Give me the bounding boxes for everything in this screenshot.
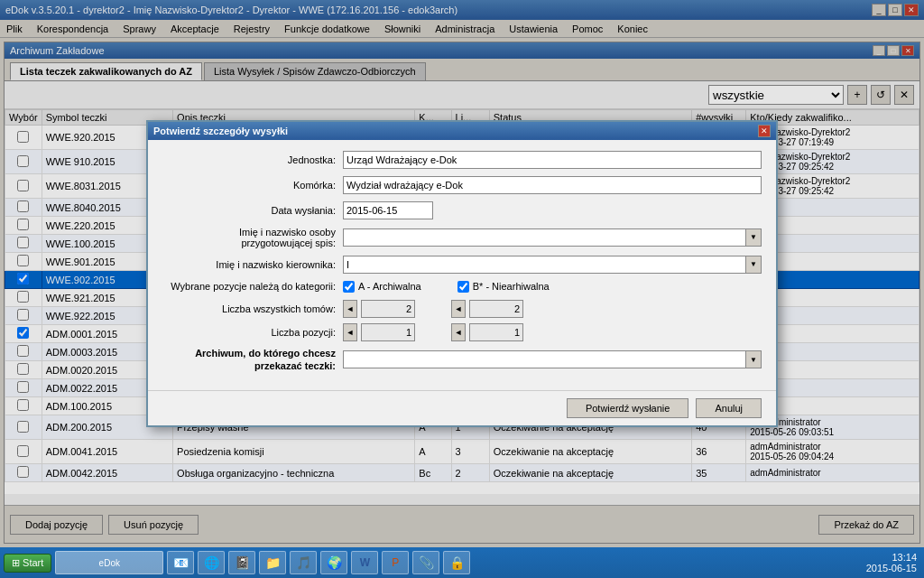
category-row: Wybrane pozycje należą do kategorii: A -… bbox=[162, 281, 762, 293]
taskbar-onenote[interactable]: 📓 bbox=[228, 551, 255, 574]
cat-a-checkbox[interactable] bbox=[343, 281, 355, 293]
imie-osoba-row: Imię i nazwisko osobyprzygotowującej spi… bbox=[162, 227, 762, 248]
liczba-tomow-values: ◄ 2 ◄ 2 bbox=[343, 300, 762, 318]
tomow-b-input[interactable]: 2 bbox=[469, 300, 523, 318]
clock-time: 13:14 bbox=[866, 552, 917, 563]
data-wysylki-input[interactable] bbox=[343, 201, 433, 219]
pozycji-b-input[interactable]: 1 bbox=[469, 323, 523, 341]
modal-titlebar: Potwierdź szczegóły wysyłki ✕ bbox=[148, 122, 776, 140]
tomow-a-box: ◄ 2 bbox=[343, 300, 415, 318]
imie-kierownik-dropdown[interactable]: ▼ bbox=[745, 256, 762, 274]
taskbar-outlook[interactable]: 📧 bbox=[167, 551, 194, 574]
imie-osoba-input[interactable] bbox=[343, 228, 745, 247]
cat-b-checkbox[interactable] bbox=[457, 281, 469, 293]
jednostka-input[interactable] bbox=[343, 151, 762, 169]
category-label: Wybrane pozycje należą do kategorii: bbox=[162, 281, 343, 292]
modal-close-button[interactable]: ✕ bbox=[758, 125, 771, 137]
imie-kierownik-row: Imię i nazwisko kierownika: ▼ bbox=[162, 256, 762, 274]
taskbar-ie[interactable]: 🌐 bbox=[198, 551, 225, 574]
pozycji-b-box: ◄ 1 bbox=[451, 323, 523, 341]
imie-kierownik-input[interactable] bbox=[343, 256, 745, 274]
taskbar-powerpoint[interactable]: P bbox=[382, 551, 409, 574]
tomow-b-box: ◄ 2 bbox=[451, 300, 523, 318]
komorka-input[interactable] bbox=[343, 176, 762, 194]
archiwum-row: Archiwum, do którego chceszprzekazać tec… bbox=[162, 347, 762, 373]
liczba-pozycji-values: ◄ 1 ◄ 1 bbox=[343, 323, 762, 341]
jednostka-label: Jednostka: bbox=[162, 154, 343, 165]
taskbar-explorer[interactable]: 📁 bbox=[259, 551, 286, 574]
cat-b-col: B* - Niearhiwalna bbox=[457, 281, 550, 293]
taskbar-chrome[interactable]: 🌍 bbox=[320, 551, 347, 574]
pozycji-a-input[interactable]: 1 bbox=[361, 323, 415, 341]
modal-dialog: Potwierdź szczegóły wysyłki ✕ Jednostka:… bbox=[146, 120, 778, 428]
archiwum-dropdown[interactable]: ▼ bbox=[745, 350, 762, 368]
modal-content: Jednostka: Komórka: Data wysłania: Imię … bbox=[148, 140, 776, 391]
cancel-button[interactable]: Anuluj bbox=[696, 398, 762, 418]
imie-osoba-field: ▼ bbox=[343, 228, 762, 247]
modal-overlay: Potwierdź szczegóły wysyłki ✕ Jednostka:… bbox=[0, 0, 924, 547]
taskbar-media[interactable]: 🎵 bbox=[290, 551, 317, 574]
cat-a-col: A - Archiwalna bbox=[343, 281, 421, 293]
modal-footer: Potwierdź wysłanie Anuluj bbox=[148, 390, 776, 425]
taskbar-edok[interactable]: eDok bbox=[55, 551, 163, 574]
taskbar-word[interactable]: W bbox=[351, 551, 378, 574]
imie-osoba-dropdown[interactable]: ▼ bbox=[745, 228, 762, 247]
cat-a-label: A - Archiwalna bbox=[358, 281, 421, 292]
archiwum-input[interactable] bbox=[343, 350, 745, 368]
imie-kierownik-label: Imię i nazwisko kierownika: bbox=[162, 259, 343, 270]
taskbar-app3[interactable]: 🔒 bbox=[443, 551, 470, 574]
clock-date: 2015-06-15 bbox=[866, 563, 917, 573]
taskbar-app2[interactable]: 📎 bbox=[412, 551, 439, 574]
cat-b-label: B* - Niearhiwalna bbox=[473, 281, 550, 292]
liczba-pozycji-row: Liczba pozycji: ◄ 1 ◄ 1 bbox=[162, 323, 762, 341]
imie-kierownik-field: ▼ bbox=[343, 256, 762, 274]
category-options: A - Archiwalna B* - Niearhiwalna bbox=[343, 281, 762, 293]
data-wysylki-row: Data wysłania: bbox=[162, 201, 762, 219]
pozycji-b-left[interactable]: ◄ bbox=[451, 323, 466, 341]
archiwum-label: Archiwum, do którego chceszprzekazać tec… bbox=[162, 347, 343, 373]
liczba-tomow-row: Liczba wszystkich tomów: ◄ 2 ◄ 2 bbox=[162, 300, 762, 318]
tomow-b-left[interactable]: ◄ bbox=[451, 300, 466, 318]
taskbar-clock: 13:14 2015-06-15 bbox=[866, 552, 920, 573]
tomow-a-input[interactable]: 2 bbox=[361, 300, 415, 318]
modal-title: Potwierdź szczegóły wysyłki bbox=[153, 126, 288, 136]
tomow-a-left[interactable]: ◄ bbox=[343, 300, 357, 318]
pozycji-a-box: ◄ 1 bbox=[343, 323, 415, 341]
archiwum-field: ▼ bbox=[343, 350, 762, 368]
jednostka-row: Jednostka: bbox=[162, 151, 762, 169]
start-button[interactable]: ⊞ Start bbox=[4, 554, 51, 573]
taskbar: ⊞ Start eDok 📧 🌐 📓 📁 🎵 🌍 W P 📎 🔒 13:14 2… bbox=[0, 547, 924, 578]
komorka-row: Komórka: bbox=[162, 176, 762, 194]
confirm-send-button[interactable]: Potwierdź wysłanie bbox=[567, 398, 689, 418]
data-wysylki-label: Data wysłania: bbox=[162, 205, 343, 216]
liczba-tomow-label: Liczba wszystkich tomów: bbox=[162, 303, 343, 314]
pozycji-a-left[interactable]: ◄ bbox=[343, 323, 357, 341]
liczba-pozycji-label: Liczba pozycji: bbox=[162, 327, 343, 338]
imie-osoba-label: Imię i nazwisko osobyprzygotowującej spi… bbox=[162, 227, 343, 248]
komorka-label: Komórka: bbox=[162, 180, 343, 191]
